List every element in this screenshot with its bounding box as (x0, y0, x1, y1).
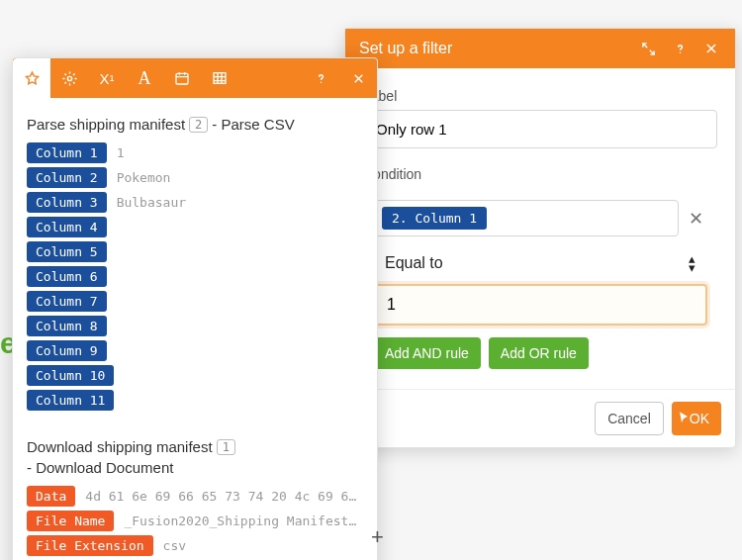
variable-row[interactable]: Column 6 (27, 266, 363, 287)
variable-chip: Column 6 (27, 266, 107, 287)
variable-row[interactable]: Column 5 (27, 241, 363, 262)
tab-text[interactable]: A (126, 58, 163, 98)
add-and-rule-button[interactable]: Add AND rule (373, 337, 481, 369)
operator-label: Equal to (385, 254, 443, 272)
section-2-title: Download shipping manifest 1 - Download … (27, 438, 363, 476)
variable-chip: Column 11 (27, 390, 114, 411)
remove-condition-icon[interactable]: ✕ (685, 208, 707, 230)
variable-row[interactable]: Column 8 (27, 316, 363, 336)
step-badge: 1 (217, 439, 235, 455)
variable-value: 1 (117, 145, 125, 160)
label-field-label: Label (363, 88, 717, 104)
variable-chip: Column 2 (27, 167, 107, 188)
variable-row[interactable]: Column 3Bulbasaur (27, 192, 363, 213)
condition-box: 2. Column 1 ✕ Equal to ▴▾ Add AND rule A… (363, 192, 717, 381)
variable-row[interactable]: Column 9 (27, 340, 363, 361)
add-or-rule-button[interactable]: Add OR rule (489, 337, 589, 369)
help-icon[interactable] (670, 39, 690, 58)
condition-label: Condition (363, 166, 717, 182)
variable-row[interactable]: Column 4 (27, 217, 363, 237)
cursor-icon (676, 411, 692, 426)
variable-chip: Column 1 (27, 142, 107, 163)
caret-sort-icon: ▴▾ (689, 252, 696, 274)
dialog-titlebar[interactable]: Set up a filter (345, 29, 735, 68)
variable-chip: Column 4 (27, 217, 107, 237)
variable-chip: Column 5 (27, 241, 107, 262)
svg-point-0 (679, 51, 681, 53)
variable-chip: Column 3 (27, 192, 107, 213)
tab-settings[interactable] (50, 58, 88, 98)
picker-body: Parse shipping manifest 2 - Parse CSV Co… (13, 98, 377, 560)
variable-chip: Column 8 (27, 316, 107, 336)
tab-favorites[interactable] (13, 58, 50, 98)
variable-row[interactable]: Column 11 (27, 142, 363, 163)
add-step-icon[interactable]: + (371, 524, 384, 550)
svg-rect-2 (176, 73, 188, 84)
dialog-footer: Cancel OK (345, 389, 735, 447)
tab-formula[interactable]: X1 (88, 58, 126, 98)
condition-token: 2. Column 1 (382, 207, 487, 230)
step-badge: 2 (189, 117, 208, 133)
variable-row[interactable]: File Name_Fusion2020_Shipping Manifest.c… (27, 511, 363, 531)
dialog-body: Label Condition 2. Column 1 ✕ Equal to ▴… (345, 68, 735, 389)
operator-select[interactable]: Equal to ▴▾ (373, 242, 707, 284)
variable-chip: Column 10 (27, 365, 114, 386)
variable-value: 4d 61 6e 69 66 65 73 74 20 4c 69 6e 65 2… (85, 489, 363, 504)
picker-tabs: X1 A (13, 58, 377, 98)
variable-chip: Column 7 (27, 291, 107, 312)
cancel-button[interactable]: Cancel (595, 402, 664, 435)
picker-close-icon[interactable] (339, 58, 377, 98)
variable-chip: File Extension (27, 535, 153, 556)
filter-dialog: Set up a filter Label Condition 2. Colum… (344, 28, 736, 448)
variable-row[interactable]: Column 7 (27, 291, 363, 312)
dialog-title: Set up a filter (359, 40, 626, 57)
label-input[interactable] (363, 110, 717, 148)
condition-field-input[interactable]: 2. Column 1 (373, 200, 679, 236)
section-1-title: Parse shipping manifest 2 - Parse CSV (27, 116, 363, 133)
picker-help-icon[interactable] (302, 58, 339, 98)
svg-rect-3 (214, 73, 226, 84)
svg-point-1 (67, 76, 71, 80)
variable-value: Pokemon (117, 170, 171, 185)
variable-row[interactable]: Column 10 (27, 365, 363, 386)
variable-row[interactable]: Column 11 (27, 390, 363, 411)
close-icon[interactable] (701, 39, 721, 58)
ok-button[interactable]: OK (672, 402, 721, 435)
tab-date[interactable] (163, 58, 201, 98)
svg-point-4 (320, 81, 322, 83)
variable-value: _Fusion2020_Shipping Manifest.csv (124, 513, 363, 528)
variable-picker-panel: X1 A Parse shipping manifest 2 - Parse C… (12, 57, 378, 560)
variable-chip: Column 9 (27, 340, 107, 361)
variable-chip: Data (27, 486, 75, 507)
variable-value: Bulbasaur (117, 195, 186, 210)
variable-row[interactable]: Data4d 61 6e 69 66 65 73 74 20 4c 69 6e … (27, 486, 363, 507)
variable-row[interactable]: File Extensioncsv (27, 535, 363, 556)
condition-value-input[interactable] (373, 284, 707, 326)
variable-chip: File Name (27, 511, 114, 531)
variable-row[interactable]: Column 2Pokemon (27, 167, 363, 188)
tab-table[interactable] (201, 58, 238, 98)
variable-value: csv (163, 538, 186, 553)
expand-icon[interactable] (638, 39, 658, 58)
